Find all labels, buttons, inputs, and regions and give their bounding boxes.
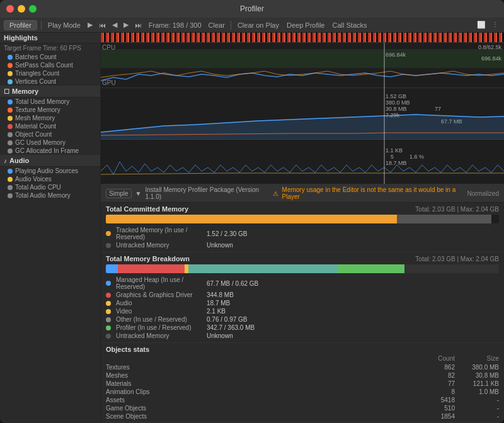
collapse-button[interactable]: ⬜ bbox=[475, 20, 488, 30]
svg-text:696.84k: 696.84k bbox=[386, 52, 406, 58]
breakdown-dot bbox=[106, 325, 111, 330]
clear-on-play-label: Clear on Play bbox=[235, 21, 282, 29]
svg-text:5: 5 bbox=[391, 154, 394, 160]
prev-frame-button[interactable]: ⏮ bbox=[97, 21, 108, 30]
minimize-button[interactable] bbox=[18, 5, 25, 13]
breakdown-dot bbox=[106, 309, 111, 314]
breakdown-item-value: 67.7 MB / 0.62 GB bbox=[207, 280, 258, 287]
col-header-count: Count bbox=[417, 355, 455, 362]
breakdown-row: Other (In use / Reserved) 0.76 / 0.97 GB bbox=[106, 315, 499, 324]
prev-step-button[interactable]: ◀ bbox=[110, 20, 119, 30]
row-size: 30.8 MB bbox=[455, 372, 499, 379]
bottom-toolbar: Simple ▼ Install Memory Profiler Package… bbox=[101, 184, 504, 203]
svg-text:18.7 MB: 18.7 MB bbox=[386, 160, 407, 166]
gpu-value: 696.84k bbox=[481, 55, 501, 62]
total-used-memory-item[interactable]: Total Used Memory bbox=[0, 98, 100, 106]
breakdown-item-label: Profiler (In use / Reserved) bbox=[116, 324, 204, 331]
title-bar: Profiler bbox=[0, 0, 504, 18]
bar-managed bbox=[106, 264, 118, 273]
play-button[interactable]: ▶ bbox=[86, 20, 94, 30]
options-button[interactable]: ⋮ bbox=[490, 20, 500, 30]
deep-profile-label: Deep Profile bbox=[284, 21, 328, 29]
objects-title: Objects stats bbox=[106, 346, 499, 353]
triangles-dot bbox=[8, 71, 13, 76]
normalized-label: Normalized bbox=[467, 190, 499, 197]
objects-stats-section: Objects stats Count Size Textures 862 38… bbox=[101, 343, 504, 423]
play-mode-label: Play Mode bbox=[45, 21, 83, 29]
clear-button[interactable]: Clear bbox=[207, 21, 227, 30]
total-audio-cpu-item[interactable]: Total Audio CPU bbox=[0, 183, 100, 191]
breakdown-item-value: 342.7 / 363.0 MB bbox=[207, 324, 255, 331]
tracked-dot bbox=[106, 231, 111, 236]
gc-alloc-item[interactable]: GC Allocated In Frame bbox=[0, 147, 100, 155]
breakdown-item-label: Video bbox=[116, 308, 204, 315]
total-breakdown-total: Total: 2.03 GB | Max: 2.04 GB bbox=[415, 256, 499, 262]
untracked-value: Unknown bbox=[207, 242, 233, 249]
bar-tracked bbox=[106, 215, 397, 223]
next-step-button[interactable]: ▶ bbox=[122, 20, 130, 30]
svg-text:77: 77 bbox=[435, 106, 441, 112]
svg-text:30.8 MB: 30.8 MB bbox=[386, 106, 407, 112]
target-frame: Target Frame Time: 60 FPS bbox=[0, 43, 100, 53]
row-name: Scene Objects bbox=[106, 413, 417, 420]
row-count: 77 bbox=[417, 380, 455, 387]
bottom-panel: Simple ▼ Install Memory Profiler Package… bbox=[101, 184, 504, 423]
tracked-label: Tracked Memory (In use / Reserved) bbox=[116, 227, 204, 240]
profiler-tab[interactable]: Profiler bbox=[4, 20, 37, 30]
breakdown-dot bbox=[106, 334, 111, 339]
svg-text:1.52 GB: 1.52 GB bbox=[386, 93, 406, 99]
bar-remaining bbox=[404, 264, 499, 273]
vertices-count-item[interactable]: Vertices Count bbox=[0, 77, 100, 86]
texture-memory-dot bbox=[8, 108, 13, 113]
separator-1 bbox=[41, 21, 42, 30]
playing-audio-dot bbox=[8, 169, 13, 174]
breakdown-row: Untracked Memory Unknown bbox=[106, 332, 499, 340]
setpass-count-item[interactable]: SetPass Calls Count bbox=[0, 61, 100, 69]
svg-rect-1 bbox=[101, 49, 504, 68]
objects-rows: Textures 862 380.0 MB Meshes 82 30.8 MB … bbox=[106, 363, 499, 420]
install-message[interactable]: Install Memory Profiler Package (Version… bbox=[145, 186, 268, 200]
audio-voices-item[interactable]: Audio Voices bbox=[0, 175, 100, 183]
traffic-lights bbox=[6, 5, 37, 13]
warning-icon: ⚠ bbox=[273, 190, 278, 197]
table-row: Meshes 82 30.8 MB bbox=[106, 371, 499, 380]
close-button[interactable] bbox=[6, 5, 14, 13]
row-name: Materials bbox=[106, 380, 417, 387]
gc-used-memory-item[interactable]: GC Used Memory bbox=[0, 138, 100, 147]
mesh-memory-item[interactable]: Mesh Memory bbox=[0, 114, 100, 122]
row-count: 82 bbox=[417, 372, 455, 379]
total-used-dot bbox=[8, 99, 13, 104]
tracked-memory-row: Tracked Memory (In use / Reserved) 1.52 … bbox=[106, 226, 499, 241]
triangles-count-item[interactable]: Triangles Count bbox=[0, 69, 100, 77]
untracked-dot bbox=[106, 243, 111, 248]
texture-memory-item[interactable]: Texture Memory bbox=[0, 106, 100, 114]
audio-icon: ♪ bbox=[4, 157, 7, 164]
untracked-label: Untracked Memory bbox=[116, 242, 204, 249]
breakdown-item-value: 0.76 / 0.97 GB bbox=[207, 316, 248, 323]
total-breakdown-bar bbox=[106, 264, 499, 273]
breakdown-item-label: Untracked Memory bbox=[116, 332, 204, 339]
simple-label[interactable]: Simple bbox=[106, 189, 132, 198]
total-audio-memory-item[interactable]: Total Audio Memory bbox=[0, 191, 100, 200]
breakdown-row: Video 2.1 KB bbox=[106, 307, 499, 315]
svg-text:1.6 %: 1.6 % bbox=[410, 154, 424, 160]
breakdown-rows: Managed Heap (In use / Reserved) 67.7 MB… bbox=[106, 276, 499, 340]
tracked-value: 1.52 / 2.30 GB bbox=[207, 230, 248, 237]
playing-audio-item[interactable]: Playing Audio Sources bbox=[0, 167, 100, 175]
svg-text:380.0 MB: 380.0 MB bbox=[386, 99, 410, 106]
total-committed-total: Total: 2.03 GB | Max: 2.04 GB bbox=[415, 206, 499, 213]
batches-count-item[interactable]: Batches Count bbox=[0, 53, 100, 61]
warning-message: Memory usage in the Editor is not the sa… bbox=[282, 186, 464, 200]
call-stacks-label: Call Stacks bbox=[330, 21, 370, 29]
total-audio-memory-dot bbox=[8, 193, 13, 198]
row-name: Assets bbox=[106, 397, 417, 403]
material-count-item[interactable]: Material Count bbox=[0, 122, 100, 130]
breakdown-row: Profiler (In use / Reserved) 342.7 / 363… bbox=[106, 324, 499, 332]
cpu-value: 0.8/62.5k bbox=[478, 44, 501, 50]
next-frame-button[interactable]: ⏭ bbox=[133, 21, 144, 30]
mesh-memory-dot bbox=[8, 116, 13, 121]
maximize-button[interactable] bbox=[29, 5, 37, 13]
row-name: Meshes bbox=[106, 372, 417, 379]
col-header-size: Size bbox=[455, 355, 499, 362]
object-count-item[interactable]: Object Count bbox=[0, 130, 100, 138]
